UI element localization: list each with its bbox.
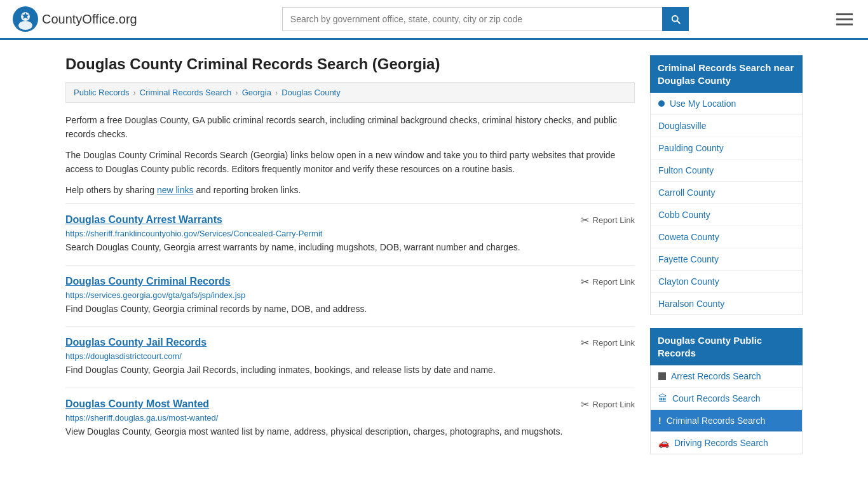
report-label: Report Link (593, 277, 635, 287)
report-icon: ✂ (581, 214, 589, 226)
pub-record-item[interactable]: !Criminal Records Search (651, 410, 802, 432)
record-url[interactable]: https://sheriff.douglas.ga.us/most-wante… (65, 413, 635, 423)
report-link[interactable]: ✂ Report Link (581, 214, 635, 226)
pub-record-item[interactable]: 🚗Driving Records Search (651, 432, 802, 454)
report-link[interactable]: ✂ Report Link (581, 398, 635, 410)
logo-text: CountyOffice.org (42, 12, 137, 27)
record-header: Douglas County Jail Records ✂ Report Lin… (65, 337, 635, 349)
record-header: Douglas County Criminal Records ✂ Report… (65, 276, 635, 288)
public-records-links: Arrest Records Search🏛Court Records Sear… (650, 365, 803, 454)
pub-record-item[interactable]: 🏛Court Records Search (651, 388, 802, 410)
breadcrumb-sep: › (133, 88, 135, 97)
page-title: Douglas County Criminal Records Search (… (65, 55, 635, 73)
report-label: Report Link (593, 400, 635, 409)
record-item: Douglas County Most Wanted ✂ Report Link… (65, 388, 635, 449)
breadcrumb-public-records[interactable]: Public Records (74, 88, 129, 97)
record-header: Douglas County Most Wanted ✂ Report Link (65, 398, 635, 410)
svg-point-2 (18, 21, 32, 30)
desc3-post: and reporting broken links. (194, 185, 301, 195)
record-description: Find Douglas County, Georgia Jail Record… (65, 363, 635, 377)
search-input[interactable] (282, 7, 662, 31)
nearby-link[interactable]: Cobb County (651, 204, 802, 226)
search-icon (670, 13, 681, 25)
sidebar-section-nearby: Criminal Records Search near Douglas Cou… (650, 55, 803, 315)
nearby-link[interactable]: Clayton County (651, 271, 802, 293)
desc3-pre: Help others by sharing (65, 185, 157, 195)
breadcrumb-georgia[interactable]: Georgia (242, 88, 271, 97)
nearby-link[interactable]: Fulton County (651, 159, 802, 182)
record-item: Douglas County Criminal Records ✂ Report… (65, 265, 635, 327)
menu-button[interactable] (834, 11, 855, 28)
report-icon: ✂ (581, 337, 589, 349)
logo[interactable]: CountyOffice.org (13, 6, 137, 32)
nearby-link[interactable]: Paulding County (651, 137, 802, 159)
record-url[interactable]: https://sheriff.franklincountyohio.gov/S… (65, 229, 635, 238)
record-item: Douglas County Arrest Warrants ✂ Report … (65, 203, 635, 265)
nearby-link[interactable]: Carroll County (651, 182, 802, 204)
record-url[interactable]: https://services.georgia.gov/gta/gafs/js… (65, 290, 635, 300)
new-links-link[interactable]: new links (157, 185, 194, 195)
breadcrumb-sep: › (275, 88, 278, 97)
description-3: Help others by sharing new links and rep… (65, 183, 635, 197)
record-header: Douglas County Arrest Warrants ✂ Report … (65, 214, 635, 226)
sidebar-section-public-records: Douglas County Public Records Arrest Rec… (650, 328, 803, 454)
report-link[interactable]: ✂ Report Link (581, 276, 635, 288)
main-container: Douglas County Criminal Records Search (… (53, 40, 815, 482)
main-content: Douglas County Criminal Records Search (… (65, 55, 635, 467)
sidebar-section2-title: Douglas County Public Records (650, 328, 803, 365)
use-location-link[interactable]: Use My Location (651, 93, 802, 115)
search-button[interactable] (662, 7, 689, 31)
description-1: Perform a free Douglas County, GA public… (65, 113, 635, 142)
nearby-link[interactable]: Fayette County (651, 248, 802, 271)
breadcrumb: Public Records › Criminal Records Search… (65, 82, 635, 103)
report-icon: ✂ (581, 276, 589, 288)
report-label: Report Link (593, 215, 635, 225)
record-description: Find Douglas County, Georgia criminal re… (65, 302, 635, 316)
sidebar-section1-title: Criminal Records Search near Douglas Cou… (650, 55, 803, 93)
car-icon: 🚗 (658, 438, 669, 448)
record-url[interactable]: https://douglasdistrictcourt.com/ (65, 351, 635, 361)
report-label: Report Link (593, 338, 635, 348)
records-list: Douglas County Arrest Warrants ✂ Report … (65, 203, 635, 449)
nearby-link[interactable]: Coweta County (651, 226, 802, 248)
hamburger-line (836, 13, 853, 15)
description-2: The Douglas County Criminal Records Sear… (65, 148, 635, 177)
sidebar: Criminal Records Search near Douglas Cou… (650, 55, 803, 467)
breadcrumb-douglas-county[interactable]: Douglas County (281, 88, 341, 97)
pub-record-label: Arrest Records Search (671, 371, 761, 381)
record-title-link[interactable]: Douglas County Arrest Warrants (65, 214, 222, 226)
location-dot-icon (658, 100, 665, 107)
hamburger-line (836, 24, 853, 25)
record-description: View Douglas County, Georgia most wanted… (65, 425, 635, 439)
pub-record-label: Criminal Records Search (667, 416, 766, 426)
pub-record-label: Court Records Search (672, 393, 761, 403)
breadcrumb-criminal-records[interactable]: Criminal Records Search (140, 88, 232, 97)
use-location-label: Use My Location (670, 98, 736, 109)
logo-icon (13, 6, 38, 32)
record-title-link[interactable]: Douglas County Criminal Records (65, 276, 231, 287)
report-icon: ✂ (581, 398, 589, 410)
hamburger-line (836, 18, 853, 20)
record-title-link[interactable]: Douglas County Most Wanted (65, 398, 209, 410)
site-header: CountyOffice.org (0, 0, 868, 40)
nearby-link[interactable]: Haralson County (651, 293, 802, 315)
sidebar-nearby-links: Use My Location DouglasvillePaulding Cou… (650, 93, 803, 315)
square-icon (658, 372, 666, 380)
record-description: Search Douglas County, Georgia arrest wa… (65, 241, 635, 255)
breadcrumb-sep: › (235, 88, 238, 97)
report-link[interactable]: ✂ Report Link (581, 337, 635, 349)
record-item: Douglas County Jail Records ✂ Report Lin… (65, 326, 635, 388)
nearby-links-list: DouglasvillePaulding CountyFulton County… (651, 115, 802, 315)
pub-record-item[interactable]: Arrest Records Search (651, 365, 802, 388)
nearby-link[interactable]: Douglasville (651, 115, 802, 137)
exclaim-icon: ! (658, 416, 661, 426)
building-icon: 🏛 (658, 393, 667, 403)
search-area (282, 7, 689, 31)
record-title-link[interactable]: Douglas County Jail Records (65, 337, 207, 348)
pub-record-label: Driving Records Search (674, 438, 768, 448)
